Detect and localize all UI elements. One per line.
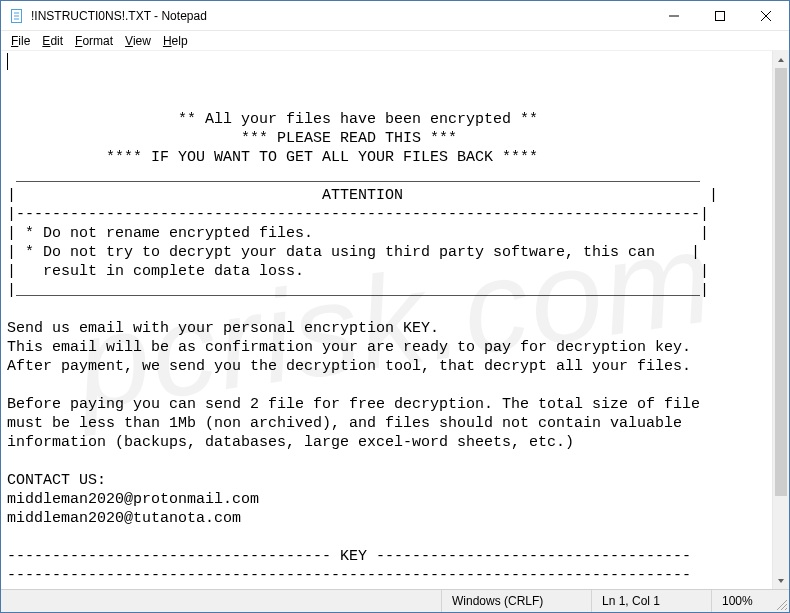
maximize-button[interactable]: [697, 1, 743, 30]
text-line: must be less than 1Mb (non archived), an…: [7, 414, 768, 433]
text-line: ------------------------------------ KEY…: [7, 547, 768, 566]
text-line: ** All your files have been encrypted **: [7, 110, 768, 129]
text-line: information (backups, databases, large e…: [7, 433, 768, 452]
notepad-window: !INSTRUCTI0NS!.TXT - Notepad File Edit F…: [0, 0, 790, 613]
text-line: ________________________________________…: [7, 167, 768, 186]
text-line: CONTACT US:: [7, 471, 768, 490]
text-line: Send us email with your personal encrypt…: [7, 319, 768, 338]
svg-marker-9: [778, 579, 784, 583]
menu-file[interactable]: File: [5, 33, 36, 49]
minimize-button[interactable]: [651, 1, 697, 30]
svg-rect-5: [716, 11, 725, 20]
svg-line-6: [761, 11, 771, 21]
menubar: File Edit Format View Help: [1, 31, 789, 51]
titlebar[interactable]: !INSTRUCTI0NS!.TXT - Notepad: [1, 1, 789, 31]
window-title: !INSTRUCTI0NS!.TXT - Notepad: [31, 9, 207, 23]
scroll-up-button[interactable]: [773, 51, 789, 68]
status-lineending: Windows (CRLF): [441, 590, 591, 612]
text-line: middleman2020@protonmail.com: [7, 490, 768, 509]
status-position: Ln 1, Col 1: [591, 590, 711, 612]
text-line: | * Do not rename encrypted files. |: [7, 224, 768, 243]
text-line: | ATTENTION |: [7, 186, 768, 205]
svg-line-12: [785, 608, 787, 610]
close-button[interactable]: [743, 1, 789, 30]
text-line: [7, 376, 768, 395]
text-line: | result in complete data loss. |: [7, 262, 768, 281]
menu-edit[interactable]: Edit: [36, 33, 69, 49]
text-line: This email will be as confirmation your …: [7, 338, 768, 357]
vertical-scrollbar[interactable]: [772, 51, 789, 589]
menu-view[interactable]: View: [119, 33, 157, 49]
resize-grip[interactable]: [771, 590, 789, 612]
status-spacer: [1, 590, 441, 612]
text-line: [7, 300, 768, 319]
text-caret: [7, 53, 8, 70]
text-line: *** PLEASE READ THIS ***: [7, 129, 768, 148]
text-line: After payment, we send you the decryptio…: [7, 357, 768, 376]
notepad-icon: [9, 8, 25, 24]
text-editor[interactable]: ** All your files have been encrypted **…: [1, 51, 772, 589]
text-line: |---------------------------------------…: [7, 205, 768, 224]
text-line: |_______________________________________…: [7, 281, 768, 300]
scroll-down-button[interactable]: [773, 572, 789, 589]
text-line: ----------------------------------------…: [7, 566, 768, 585]
svg-marker-8: [778, 58, 784, 62]
statusbar: Windows (CRLF) Ln 1, Col 1 100%: [1, 589, 789, 612]
scroll-thumb[interactable]: [775, 68, 787, 496]
status-zoom: 100%: [711, 590, 771, 612]
text-line: [7, 452, 768, 471]
text-line: [7, 528, 768, 547]
text-line: middleman2020@tutanota.com: [7, 509, 768, 528]
menu-help[interactable]: Help: [157, 33, 194, 49]
window-controls: [651, 1, 789, 30]
menu-format[interactable]: Format: [69, 33, 119, 49]
text-line: **** IF YOU WANT TO GET ALL YOUR FILES B…: [7, 148, 768, 167]
text-line: Before paying you can send 2 file for fr…: [7, 395, 768, 414]
text-line: | * Do not try to decrypt your data usin…: [7, 243, 768, 262]
editor-area: ** All your files have been encrypted **…: [1, 51, 789, 589]
svg-line-7: [761, 11, 771, 21]
scroll-track[interactable]: [773, 68, 789, 572]
